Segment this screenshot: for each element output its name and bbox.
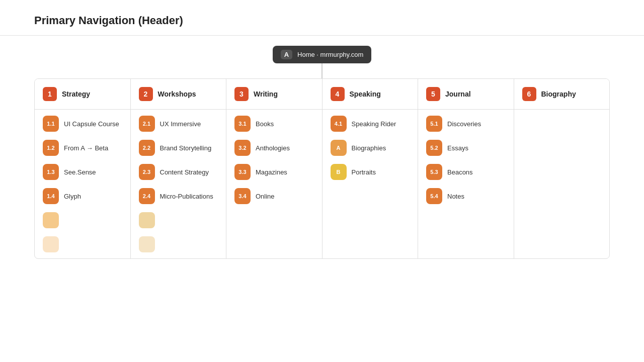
- sub-label: UX Immersive: [160, 120, 201, 128]
- sub-label: Magazines: [256, 168, 287, 176]
- sub-label: Discoveries: [447, 120, 481, 128]
- list-item[interactable]: 2.1 UX Immersive: [139, 116, 218, 132]
- sub-badge: 5.1: [426, 116, 442, 132]
- col-speaking-title: Speaking: [350, 90, 381, 98]
- col-writing-body: 3.1 Books 3.2 Anthologies 3.3 Magazines …: [226, 110, 322, 258]
- list-item-placeholder: ···: [139, 212, 218, 228]
- sub-label: Online: [256, 193, 275, 200]
- placeholder-badge: ···: [43, 236, 59, 252]
- page-title: Primary Navigation (Header): [34, 14, 610, 27]
- root-badge: A: [281, 50, 292, 59]
- sub-badge: 1.1: [43, 116, 59, 132]
- sub-badge: 1.4: [43, 188, 59, 204]
- col-strategy-num: 1: [43, 87, 57, 101]
- sub-badge: 5.2: [426, 140, 442, 156]
- col-biography-title: Biography: [541, 90, 576, 98]
- list-item[interactable]: 2.2 Brand Storytelling: [139, 140, 218, 156]
- sub-label: Glyph: [64, 193, 81, 200]
- sub-badge: 1.3: [43, 164, 59, 180]
- nav-diagram: A Home · mrmurphy.com 1 Strategy 1.1 UI …: [0, 36, 644, 269]
- sub-badge: 3.2: [234, 140, 251, 156]
- sub-badge: 2.4: [139, 188, 155, 204]
- sub-label: Anthologies: [256, 144, 290, 152]
- sub-badge: 2.3: [139, 164, 155, 180]
- sub-badge: 3.3: [234, 164, 251, 180]
- placeholder-badge: ···: [139, 236, 155, 252]
- columns-wrapper: 1 Strategy 1.1 UI Capsule Course 1.2 Fro…: [34, 78, 610, 259]
- col-strategy-title: Strategy: [62, 90, 90, 98]
- col-journal-title: Journal: [445, 90, 471, 98]
- sub-label: UI Capsule Course: [64, 120, 119, 128]
- list-item[interactable]: 5.4 Notes: [426, 188, 506, 204]
- sub-label: Beacons: [447, 168, 473, 176]
- col-writing-num: 3: [234, 87, 249, 101]
- list-item[interactable]: 1.1 UI Capsule Course: [43, 116, 122, 132]
- list-item[interactable]: 2.4 Micro-Publications: [139, 188, 218, 204]
- sub-badge: 4.1: [331, 116, 347, 132]
- col-workshops-num: 2: [139, 87, 153, 101]
- col-workshops: 2 Workshops 2.1 UX Immersive 2.2 Brand S…: [131, 79, 227, 258]
- sub-label: Brand Storytelling: [160, 144, 212, 152]
- col-strategy-header[interactable]: 1 Strategy: [35, 79, 130, 110]
- list-item[interactable]: 3.3 Magazines: [234, 164, 314, 180]
- col-journal-num: 5: [426, 87, 440, 101]
- sub-label: Essays: [447, 144, 468, 152]
- list-item[interactable]: 4.1 Speaking Rider: [331, 116, 410, 132]
- sub-badge: 2.1: [139, 116, 155, 132]
- col-speaking-num: 4: [331, 87, 345, 101]
- list-item-placeholder: ···: [139, 236, 218, 252]
- sub-label: Speaking Rider: [352, 120, 396, 128]
- list-item-placeholder: ···: [43, 236, 122, 252]
- list-item[interactable]: B Portraits: [331, 164, 410, 180]
- placeholder-badge: ···: [139, 212, 155, 228]
- sub-badge: 5.4: [426, 188, 442, 204]
- root-connector: [321, 63, 323, 78]
- list-item[interactable]: 3.2 Anthologies: [234, 140, 314, 156]
- col-journal-body: 5.1 Discoveries 5.2 Essays 5.3 Beacons 5…: [418, 110, 514, 258]
- col-biography-header[interactable]: 6 Biography: [514, 79, 610, 110]
- page-header: Primary Navigation (Header): [0, 0, 644, 36]
- col-speaking-header[interactable]: 4 Speaking: [323, 79, 418, 110]
- col-workshops-title: Workshops: [158, 90, 196, 98]
- sub-badge: 3.1: [234, 116, 251, 132]
- sub-label: Biographies: [352, 144, 386, 152]
- col-speaking-body: 4.1 Speaking Rider A Biographies B Portr…: [323, 110, 418, 258]
- col-journal: 5 Journal 5.1 Discoveries 5.2 Essays 5.3…: [418, 79, 514, 258]
- sub-badge: B: [331, 164, 347, 180]
- list-item[interactable]: 5.1 Discoveries: [426, 116, 506, 132]
- col-workshops-header[interactable]: 2 Workshops: [131, 79, 226, 110]
- col-biography-body: [514, 110, 610, 258]
- col-strategy: 1 Strategy 1.1 UI Capsule Course 1.2 Fro…: [35, 79, 131, 258]
- sub-badge: 5.3: [426, 164, 442, 180]
- sub-label: From A → Beta: [64, 144, 108, 152]
- list-item[interactable]: 1.3 See.Sense: [43, 164, 122, 180]
- list-item[interactable]: 5.3 Beacons: [426, 164, 506, 180]
- list-item[interactable]: 1.4 Glyph: [43, 188, 122, 204]
- sub-badge: A: [331, 140, 347, 156]
- sub-label: Content Strategy: [160, 168, 209, 176]
- col-biography-num: 6: [522, 87, 536, 101]
- col-writing: 3 Writing 3.1 Books 3.2 Anthologies 3.3 …: [226, 79, 323, 258]
- col-speaking: 4 Speaking 4.1 Speaking Rider A Biograph…: [323, 79, 419, 258]
- sub-label: Books: [256, 120, 274, 128]
- col-biography: 6 Biography: [514, 79, 610, 258]
- list-item[interactable]: 3.4 Online: [234, 188, 314, 204]
- sub-label: Notes: [447, 193, 464, 200]
- col-workshops-body: 2.1 UX Immersive 2.2 Brand Storytelling …: [131, 110, 226, 258]
- list-item[interactable]: 2.3 Content Strategy: [139, 164, 218, 180]
- placeholder-badge: ···: [43, 212, 59, 228]
- sub-label: Micro-Publications: [160, 193, 213, 200]
- sub-badge: 3.4: [234, 188, 251, 204]
- list-item[interactable]: 1.2 From A → Beta: [43, 140, 122, 156]
- sub-label: See.Sense: [64, 168, 96, 176]
- col-journal-header[interactable]: 5 Journal: [418, 79, 514, 110]
- list-item[interactable]: 3.1 Books: [234, 116, 314, 132]
- list-item[interactable]: A Biographies: [331, 140, 410, 156]
- col-writing-header[interactable]: 3 Writing: [226, 79, 322, 110]
- list-item[interactable]: 5.2 Essays: [426, 140, 506, 156]
- list-item-placeholder: ···: [43, 212, 122, 228]
- col-writing-title: Writing: [254, 90, 278, 98]
- col-strategy-body: 1.1 UI Capsule Course 1.2 From A → Beta …: [35, 110, 130, 258]
- sub-badge: 1.2: [43, 140, 59, 156]
- root-node[interactable]: A Home · mrmurphy.com: [273, 46, 372, 63]
